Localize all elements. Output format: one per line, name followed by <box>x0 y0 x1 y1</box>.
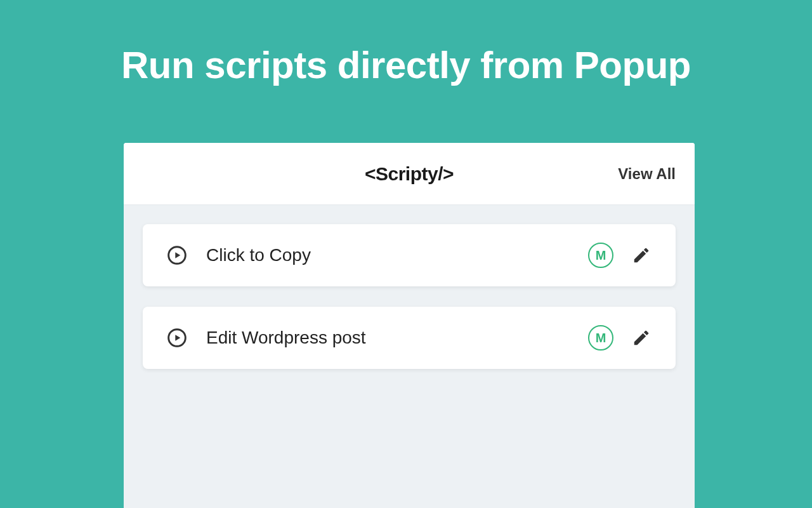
mode-badge: M <box>588 243 613 268</box>
script-name-label: Click to Copy <box>206 245 588 265</box>
script-card: Click to Copy M <box>143 224 676 286</box>
script-list: Click to Copy M Edit Wordpress post M <box>124 205 695 369</box>
play-icon[interactable] <box>167 328 187 348</box>
mode-badge: M <box>588 325 613 351</box>
view-all-link[interactable]: View All <box>618 165 676 183</box>
edit-icon[interactable] <box>631 328 652 348</box>
play-icon[interactable] <box>167 245 187 265</box>
hero-title: Run scripts directly from Popup <box>0 0 812 87</box>
popup-header: <Scripty/> View All <box>124 143 695 205</box>
extension-popup: <Scripty/> View All Click to Copy M <box>124 143 695 508</box>
script-card: Edit Wordpress post M <box>143 307 676 369</box>
popup-title: <Scripty/> <box>365 163 454 185</box>
edit-icon[interactable] <box>631 245 652 265</box>
script-name-label: Edit Wordpress post <box>206 328 588 348</box>
